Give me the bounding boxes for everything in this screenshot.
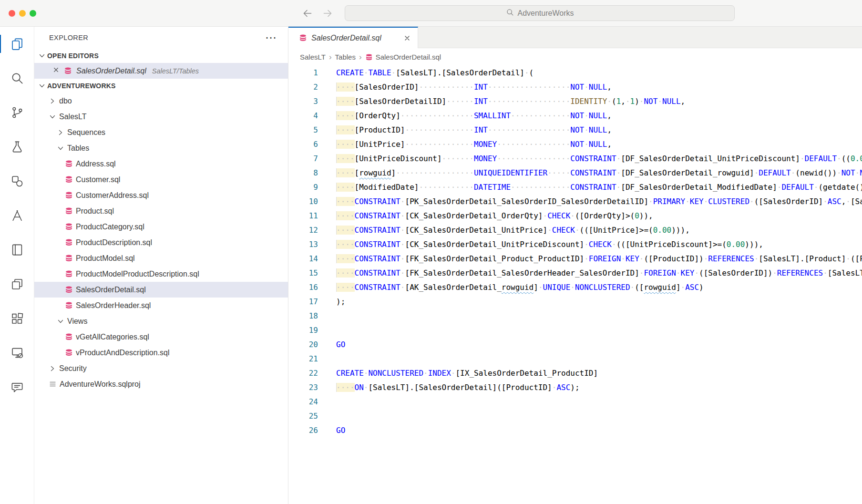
code-line[interactable]: 16····CONSTRAINT·[AK_SalesOrderDetail_ro… — [288, 280, 862, 295]
extensions-icon[interactable] — [0, 301, 34, 336]
close-editor-icon[interactable] — [52, 66, 60, 75]
code-line-content[interactable]: ····CONSTRAINT·[CK_SalesOrderDetail_Orde… — [330, 209, 653, 223]
minimize-window-button[interactable] — [19, 10, 26, 17]
code-line[interactable]: 13····CONSTRAINT·[CK_SalesOrderDetail_Un… — [288, 237, 862, 252]
code-line[interactable]: 17); — [288, 295, 862, 309]
code-line-content[interactable]: ····CONSTRAINT·[PK_SalesOrderDetail_Sale… — [330, 195, 862, 209]
code-line[interactable]: 22CREATE·NONCLUSTERED·INDEX·[IX_SalesOrd… — [288, 366, 862, 381]
navigate-back-button[interactable] — [300, 6, 315, 21]
close-tab-icon[interactable] — [403, 34, 411, 42]
breadcrumb-item-tables[interactable]: Tables — [335, 53, 356, 61]
tree-item-productmodel-sql[interactable]: ProductModel.sql — [34, 250, 288, 266]
remote-explorer-icon[interactable] — [0, 336, 34, 370]
close-window-button[interactable] — [9, 10, 15, 17]
code-line[interactable]: 23····ON·[SalesLT].[SalesOrderDetail]([P… — [288, 381, 862, 395]
code-line[interactable]: 10····CONSTRAINT·[PK_SalesOrderDetail_Sa… — [288, 195, 862, 209]
code-line-content[interactable]: ····CONSTRAINT·[CK_SalesOrderDetail_Unit… — [330, 237, 763, 252]
code-line[interactable]: 18 — [288, 309, 862, 323]
database-file-icon — [65, 270, 73, 278]
open-editor-item-salesorderdetail[interactable]: SalesOrderDetail.sql SalesLT/Tables — [34, 63, 288, 79]
tree-item-salesorderheader-sql[interactable]: SalesOrderHeader.sql — [34, 298, 288, 313]
tree-item-views[interactable]: Views — [34, 313, 288, 329]
code-line-content[interactable]: GO — [330, 338, 345, 352]
tree-item-address-sql[interactable]: Address.sql — [34, 156, 288, 172]
code-line[interactable]: 11····CONSTRAINT·[CK_SalesOrderDetail_Or… — [288, 209, 862, 223]
connections-icon[interactable] — [0, 164, 34, 198]
code-editor[interactable]: 1CREATE·TABLE·[SalesLT].[SalesOrderDetai… — [288, 66, 862, 504]
code-line-content[interactable]: ····[UnitPriceDiscount]·······MONEY·····… — [330, 152, 862, 166]
code-line[interactable]: 4····[OrderQty]················SMALLINT·… — [288, 109, 862, 123]
tab-salesorderdetail-sql[interactable]: SalesOrderDetail.sql — [288, 27, 418, 48]
open-editors-section-header[interactable]: OPEN EDITORS — [34, 49, 288, 63]
tree-item-productdescription-sql[interactable]: ProductDescription.sql — [34, 235, 288, 250]
code-line[interactable]: 5····[ProductID]···············INT······… — [288, 123, 862, 137]
code-line[interactable]: 24 — [288, 395, 862, 409]
code-line[interactable]: 7····[UnitPriceDiscount]·······MONEY····… — [288, 152, 862, 166]
code-line-content[interactable]: ····CONSTRAINT·[FK_SalesOrderDetail_Prod… — [330, 252, 862, 266]
breadcrumb-item-salesorderdetail-sql[interactable]: SalesOrderDetail.sql — [365, 53, 441, 61]
code-line-content[interactable]: CREATE·TABLE·[SalesLT].[SalesOrderDetail… — [330, 66, 534, 80]
tree-item-security[interactable]: Security — [34, 360, 288, 376]
code-line[interactable]: 25 — [288, 409, 862, 423]
command-center-search[interactable]: AdventureWorks — [345, 5, 735, 21]
feedback-icon[interactable] — [0, 370, 34, 404]
tree-item-vproductanddescription-sql[interactable]: vProductAndDescription.sql — [34, 345, 288, 360]
code-line-content[interactable] — [330, 352, 336, 366]
maximize-window-button[interactable] — [30, 10, 36, 17]
code-line-content[interactable]: ····[ModifiedDate]············DATETIME··… — [330, 180, 862, 195]
project-section-header[interactable]: ADVENTUREWORKS — [34, 79, 288, 93]
tree-item-product-sql[interactable]: Product.sql — [34, 203, 288, 219]
tree-item-productcategory-sql[interactable]: ProductCategory.sql — [34, 219, 288, 235]
code-line[interactable]: 1CREATE·TABLE·[SalesLT].[SalesOrderDetai… — [288, 66, 862, 80]
tree-item-adventureworks-sqlproj[interactable]: AdventureWorks.sqlproj — [34, 376, 288, 392]
code-line-content[interactable]: ····[OrderQty]················SMALLINT··… — [330, 109, 612, 123]
code-line[interactable]: 2····[SalesOrderID]············INT······… — [288, 80, 862, 94]
code-line-content[interactable] — [330, 409, 336, 423]
code-line-content[interactable]: ····CONSTRAINT·[AK_SalesOrderDetail_rowg… — [330, 280, 704, 295]
tree-item-dbo[interactable]: dbo — [34, 93, 288, 109]
tree-item-tables[interactable]: Tables — [34, 140, 288, 156]
code-line-content[interactable] — [330, 395, 336, 409]
tree-item-customeraddress-sql[interactable]: CustomerAddress.sql — [34, 187, 288, 203]
code-line-content[interactable]: ····[SalesOrderDetailID]······INT·······… — [330, 94, 685, 109]
notebooks-icon[interactable] — [0, 233, 34, 267]
code-line-content[interactable]: CREATE·NONCLUSTERED·INDEX·[IX_SalesOrder… — [330, 366, 598, 381]
code-line-content[interactable]: ····[ProductID]···············INT·······… — [330, 123, 612, 137]
tree-item-productmodelproductdescription-sql[interactable]: ProductModelProductDescription.sql — [34, 266, 288, 282]
code-line[interactable]: 15····CONSTRAINT·[FK_SalesOrderDetail_Sa… — [288, 266, 862, 280]
explorer-icon[interactable] — [0, 27, 34, 61]
code-line[interactable]: 21 — [288, 352, 862, 366]
code-line-content[interactable]: ); — [330, 295, 345, 309]
tree-item-vgetallcategories-sql[interactable]: vGetAllCategories.sql — [34, 329, 288, 345]
code-line[interactable]: 19 — [288, 323, 862, 338]
source-control-icon[interactable] — [0, 95, 34, 130]
code-line[interactable]: 3····[SalesOrderDetailID]······INT······… — [288, 94, 862, 109]
code-line[interactable]: 20GO — [288, 338, 862, 352]
code-line-content[interactable] — [330, 323, 336, 338]
code-line-content[interactable]: ····[UnitPrice]···············MONEY·····… — [330, 137, 612, 152]
navigate-forward-button[interactable] — [320, 6, 335, 21]
code-line[interactable]: 8····[rowguid]·················UNIQUEIDE… — [288, 166, 862, 180]
code-line-content[interactable]: ····CONSTRAINT·[CK_SalesOrderDetail_Unit… — [330, 223, 690, 237]
code-line[interactable]: 9····[ModifiedDate]············DATETIME·… — [288, 180, 862, 195]
line-number: 26 — [288, 423, 330, 438]
azure-icon[interactable] — [0, 198, 34, 233]
code-line[interactable]: 26GO — [288, 423, 862, 438]
tree-item-salesorderdetail-sql[interactable]: SalesOrderDetail.sql — [34, 282, 288, 298]
code-line-content[interactable]: ····[rowguid]·················UNIQUEIDEN… — [330, 166, 862, 180]
tree-item-sequences[interactable]: Sequences — [34, 124, 288, 140]
code-line-content[interactable] — [330, 309, 336, 323]
search-icon[interactable] — [0, 61, 34, 95]
code-line-content[interactable]: GO — [330, 423, 345, 438]
database-projects-icon[interactable] — [0, 267, 34, 301]
code-line-content[interactable]: ····CONSTRAINT·[FK_SalesOrderDetail_Sale… — [330, 266, 862, 280]
code-line[interactable]: 14····CONSTRAINT·[FK_SalesOrderDetail_Pr… — [288, 252, 862, 266]
tree-item-customer-sql[interactable]: Customer.sql — [34, 172, 288, 187]
code-line-content[interactable]: ····ON·[SalesLT].[SalesOrderDetail]([Pro… — [330, 381, 580, 395]
code-line[interactable]: 6····[UnitPrice]···············MONEY····… — [288, 137, 862, 152]
breadcrumb-item-saleslt[interactable]: SalesLT — [300, 53, 326, 61]
testing-icon[interactable] — [0, 130, 34, 164]
code-line-content[interactable]: ····[SalesOrderID]············INT·······… — [330, 80, 612, 94]
code-line[interactable]: 12····CONSTRAINT·[CK_SalesOrderDetail_Un… — [288, 223, 862, 237]
tree-item-saleslt[interactable]: SalesLT — [34, 109, 288, 124]
